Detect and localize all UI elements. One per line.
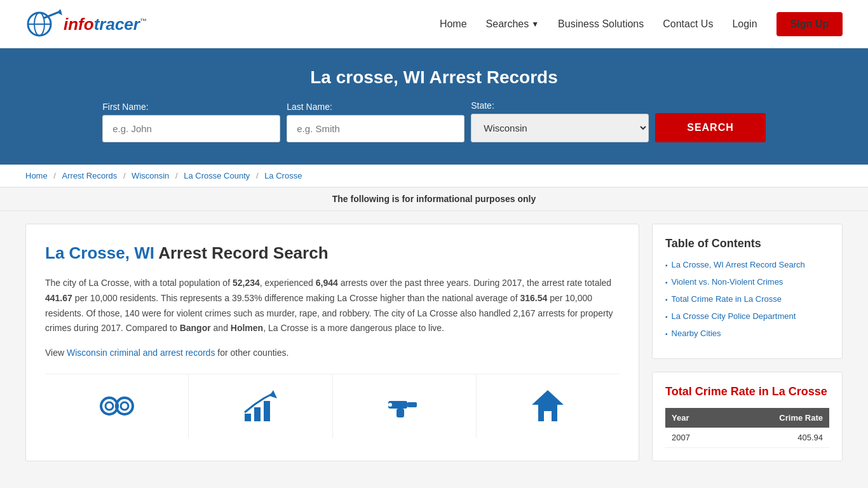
toc-item: La Crosse City Police Department <box>665 311 829 321</box>
svg-rect-20 <box>544 411 552 421</box>
last-name-field: Last Name: <box>287 102 465 142</box>
icon-cell-gun <box>333 374 477 438</box>
content-heading: La Crosse, WI Arrest Record Search <box>45 243 620 263</box>
content-paragraph1: The city of La Crosse, with a total popu… <box>45 276 620 336</box>
nav-contact-us[interactable]: Contact Us <box>663 18 713 30</box>
crime-rate-value: 405.94 <box>724 428 829 448</box>
handcuffs-icon <box>98 387 136 425</box>
content-paragraph2: View Wisconsin criminal and arrest recor… <box>45 346 620 361</box>
icon-row <box>45 374 620 438</box>
state-label: State: <box>471 100 494 111</box>
table-row: 2007 405.94 <box>665 428 829 448</box>
icon-cell-house <box>477 374 620 438</box>
population-value: 52,234 <box>233 278 260 288</box>
heading-dark: Arrest Record Search <box>154 243 329 262</box>
rate2-value: 316.54 <box>520 293 547 303</box>
content-area: La Crosse, WI Arrest Record Search The c… <box>25 224 639 461</box>
breadcrumb-arrest-records[interactable]: Arrest Records <box>62 171 118 180</box>
page-title: La crosse, WI Arrest Records <box>25 67 843 88</box>
svg-point-9 <box>121 402 128 410</box>
breadcrumb-la-crosse-county[interactable]: La Crosse County <box>184 171 250 180</box>
city2-value: Holmen <box>231 323 263 333</box>
toc-link-5[interactable]: Nearby Cities <box>672 329 721 338</box>
sidebar: Table of Contents La Crosse, WI Arrest R… <box>652 224 843 461</box>
city1-value: Bangor <box>180 323 211 333</box>
breadcrumb-sep4: / <box>256 171 261 180</box>
nav-business-solutions[interactable]: Business Solutions <box>558 18 644 30</box>
wisconsin-records-link[interactable]: Wisconsin criminal and arrest records <box>67 348 215 358</box>
nav-login[interactable]: Login <box>732 18 757 30</box>
nav-searches[interactable]: Searches <box>486 18 529 30</box>
last-name-input[interactable] <box>287 115 465 142</box>
house-icon <box>529 387 567 425</box>
crime-year: 2007 <box>665 428 724 448</box>
crime-rate-box: Total Crime Rate in La Crosse Year Crime… <box>652 372 843 461</box>
logo: infotracer™ <box>25 6 147 41</box>
breadcrumb-la-crosse[interactable]: La Crosse <box>264 171 302 180</box>
main-layout: La Crosse, WI Arrest Record Search The c… <box>0 211 868 474</box>
toc-list: La Crosse, WI Arrest Record Search Viole… <box>665 260 829 338</box>
last-name-label: Last Name: <box>287 102 332 112</box>
icon-cell-chart <box>189 374 332 438</box>
toc-item: Nearby Cities <box>665 329 829 338</box>
col-crime-rate: Crime Rate <box>724 408 829 428</box>
icon-cell-handcuffs <box>45 374 189 438</box>
logo-info: info <box>64 15 94 34</box>
toc-item: Violent vs. Non-Violent Crimes <box>665 277 829 287</box>
svg-rect-17 <box>397 409 404 417</box>
logo-tm: ™ <box>140 17 147 25</box>
toc-link-1[interactable]: La Crosse, WI Arrest Record Search <box>672 260 805 269</box>
breadcrumb-sep1: / <box>53 171 58 180</box>
breadcrumb-sep3: / <box>175 171 180 180</box>
svg-marker-14 <box>269 390 277 398</box>
crime-rate-table: Year Crime Rate 2007 405.94 <box>665 408 829 448</box>
rate1-value: 441.67 <box>45 293 72 303</box>
toc-item: Total Crime Rate in La Crosse <box>665 294 829 304</box>
first-name-field: First Name: <box>102 102 280 142</box>
breadcrumb-home[interactable]: Home <box>25 171 48 180</box>
logo-tracer: tracer <box>94 15 140 34</box>
info-note-text: The following is for informational purpo… <box>332 194 536 204</box>
search-form: First Name: Last Name: State: AlabamaAla… <box>25 100 843 142</box>
first-name-label: First Name: <box>102 102 148 112</box>
info-note: The following is for informational purpo… <box>0 187 868 211</box>
nav-searches-wrap[interactable]: Searches ▼ <box>486 18 539 30</box>
toc-link-3[interactable]: Total Crime Rate in La Crosse <box>672 294 782 304</box>
svg-rect-16 <box>407 402 417 407</box>
svg-rect-13 <box>264 401 270 421</box>
gun-icon <box>385 387 423 425</box>
crime-rate-title: Total Crime Rate in La Crosse <box>665 385 829 398</box>
toc-link-4[interactable]: La Crosse City Police Department <box>672 311 796 321</box>
svg-point-8 <box>105 402 113 410</box>
main-nav: Home Searches ▼ Business Solutions Conta… <box>440 12 843 36</box>
search-button[interactable]: SEARCH <box>655 113 766 142</box>
arrests-value: 6,944 <box>316 278 338 288</box>
svg-rect-11 <box>245 414 251 421</box>
col-year: Year <box>665 408 724 428</box>
first-name-input[interactable] <box>102 115 280 142</box>
nav-signup[interactable]: Sign Up <box>776 12 843 36</box>
breadcrumb: Home / Arrest Records / Wisconsin / La C… <box>0 165 868 187</box>
heading-blue: La Crosse, WI <box>45 243 154 262</box>
breadcrumb-wisconsin[interactable]: Wisconsin <box>132 171 169 180</box>
toc-link-2[interactable]: Violent vs. Non-Violent Crimes <box>672 277 783 287</box>
toc-item: La Crosse, WI Arrest Record Search <box>665 260 829 269</box>
state-field: State: AlabamaAlaskaArizona ArkansasCali… <box>471 100 649 142</box>
toc-box: Table of Contents La Crosse, WI Arrest R… <box>652 224 843 359</box>
state-select[interactable]: AlabamaAlaskaArizona ArkansasCaliforniaC… <box>471 114 649 142</box>
svg-rect-10 <box>115 404 119 408</box>
svg-marker-4 <box>57 9 62 15</box>
breadcrumb-sep2: / <box>123 171 128 180</box>
toc-title: Table of Contents <box>665 237 829 250</box>
nav-home[interactable]: Home <box>440 18 467 30</box>
svg-rect-12 <box>254 407 261 421</box>
svg-point-18 <box>388 403 392 407</box>
hero-section: La crosse, WI Arrest Records First Name:… <box>0 48 868 165</box>
chart-icon <box>241 387 280 425</box>
header: infotracer™ Home Searches ▼ Business Sol… <box>0 0 868 48</box>
chevron-down-icon: ▼ <box>531 20 539 29</box>
logo-icon <box>25 6 64 41</box>
